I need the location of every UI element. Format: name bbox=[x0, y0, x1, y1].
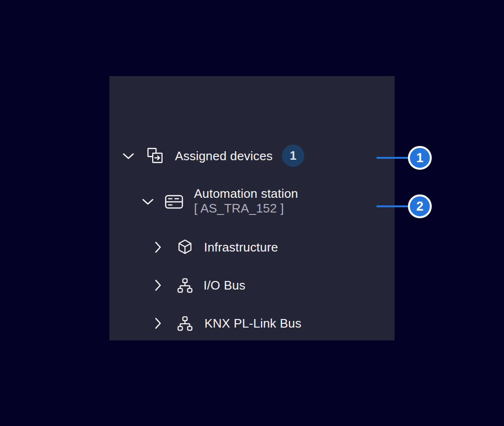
callout-marker-1: 1 bbox=[408, 146, 432, 170]
count-badge: 1 bbox=[282, 145, 304, 167]
chevron-right-icon[interactable] bbox=[155, 318, 161, 329]
callout-line-1 bbox=[377, 157, 408, 159]
chevron-right-icon[interactable] bbox=[155, 242, 161, 253]
tree-item-label: Assigned devices bbox=[175, 148, 273, 164]
canvas: Assigned devices 1 Automation sta bbox=[0, 0, 504, 426]
callout-line-2 bbox=[377, 205, 408, 207]
device-tree-panel: Assigned devices 1 Automation sta bbox=[109, 76, 395, 340]
tree-item-label: Infrastructure bbox=[204, 240, 278, 255]
network-bus-icon bbox=[177, 278, 193, 293]
tree-item-label: I/O Bus bbox=[204, 278, 245, 293]
callout-marker-2: 2 bbox=[408, 194, 432, 218]
chevron-right-icon[interactable] bbox=[155, 280, 161, 291]
tree-item-label: Automation station [ AS_TRA_152 ] bbox=[194, 186, 298, 216]
cube-icon bbox=[178, 239, 192, 254]
tree-item-title: Automation station bbox=[194, 186, 298, 201]
tree-item-label: KNX PL-Link Bus bbox=[204, 316, 301, 331]
automation-station-icon bbox=[165, 195, 183, 209]
assigned-devices-icon bbox=[147, 147, 163, 164]
chevron-down-icon[interactable] bbox=[142, 199, 154, 205]
network-bus-icon bbox=[177, 316, 193, 331]
chevron-down-icon[interactable] bbox=[123, 153, 134, 159]
tree-item-subtitle: [ AS_TRA_152 ] bbox=[194, 201, 298, 216]
